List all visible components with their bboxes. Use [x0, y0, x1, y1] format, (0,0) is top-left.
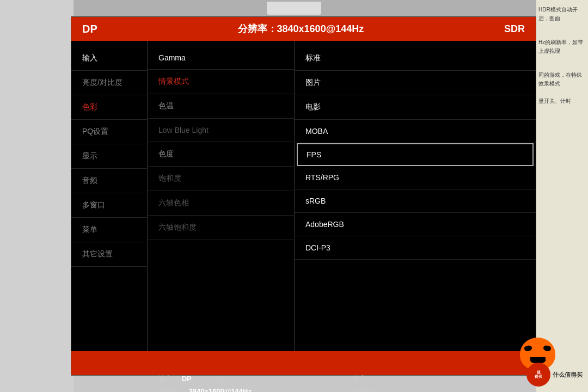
site-name-label: 什么值得买 — [553, 371, 583, 379]
nav-item-color[interactable]: 色彩 — [71, 95, 147, 120]
resolution-prefix: 分辨率： — [238, 23, 277, 34]
middle-item-sixaxis-sat[interactable]: 六轴饱和度 — [148, 216, 294, 240]
resolution-value: 3840x1600@144Hz — [277, 23, 364, 34]
osd-header: DP 分辨率：3840x1600@144Hz SDR — [71, 17, 536, 41]
left-background — [0, 0, 74, 392]
middle-item-hue[interactable]: 色度 — [148, 142, 294, 167]
osd-dropdown-list: 标准 图片 电影 MOBA FPS RTS/RPG sRGB AdobeRGB — [295, 41, 536, 351]
middle-item-scenario[interactable]: 情景模式 — [148, 70, 294, 94]
right-text-4: 显开关、计时 — [538, 97, 586, 106]
dropdown-item-rts-rpg[interactable]: RTS/RPG — [295, 166, 536, 189]
middle-item-lowblue[interactable]: Low Blue Light — [148, 119, 294, 142]
input-title: DP — [82, 23, 97, 35]
site-logo-text: 值得买 — [535, 370, 542, 379]
window1-values: 输入： DP 分辨率： 3840x1600@144Hz — [158, 372, 331, 392]
sdr-label: SDR — [504, 23, 525, 35]
top-strip — [0, 0, 588, 16]
nav-item-audio[interactable]: 音频 — [71, 169, 147, 193]
dropdown-item-dci-p3[interactable]: DCI-P3 — [295, 236, 536, 260]
osd-middle-column: Gamma 情景模式 色温 Low Blue Light 色度 饱和度 六轴色相… — [148, 41, 295, 351]
nav-item-display[interactable]: 显示 — [71, 144, 147, 169]
resolution-display: 分辨率：3840x1600@144Hz — [238, 22, 364, 35]
dropdown-item-fps[interactable]: FPS — [297, 143, 534, 166]
middle-item-colortemp[interactable]: 色温 — [148, 94, 294, 119]
site-logo-area: 值得买 什么值得买 — [526, 363, 583, 387]
nav-item-other[interactable]: 其它设置 — [71, 242, 147, 267]
top-center-decoration — [267, 2, 321, 15]
nav-item-input[interactable]: 输入 — [71, 46, 147, 71]
right-text-1: HDR模式自动开启，图面 — [538, 5, 586, 23]
dropdown-item-movie[interactable]: 电影 — [295, 95, 536, 120]
window1-input-label: 输入： — [158, 375, 180, 383]
dropdown-item-adobe-rgb[interactable]: AdobeRGB — [295, 213, 536, 236]
osd-bottom-bar — [71, 351, 536, 375]
window2-input-label: 输入： — [353, 375, 374, 383]
dropdown-item-standard[interactable]: 标准 — [295, 46, 536, 71]
window1-res-value: 3840x1600@144Hz — [189, 387, 252, 392]
osd-menu: DP 分辨率：3840x1600@144Hz SDR 输入 亮度/对比度 色彩 … — [71, 16, 536, 376]
osd-navigation: 输入 亮度/对比度 色彩 PQ设置 显示 音频 多窗口 菜单 — [71, 41, 148, 351]
middle-item-saturation[interactable]: 饱和度 — [148, 167, 294, 191]
window2-res-label: 分辨率： — [353, 387, 381, 392]
nav-item-pq[interactable]: PQ设置 — [71, 120, 147, 144]
dropdown-item-moba[interactable]: MOBA — [295, 120, 536, 143]
nav-item-multiwin[interactable]: 多窗口 — [71, 193, 147, 218]
right-text-2: Hz的刷新率，如带上虚拟现 — [538, 38, 586, 56]
window1-res-label: 分辨率： — [158, 387, 187, 392]
window2-values: 输入： 分辨率： — [353, 372, 525, 392]
middle-item-sixaxis-hue[interactable]: 六轴色相 — [148, 191, 294, 216]
osd-content-area: 输入 亮度/对比度 色彩 PQ设置 显示 音频 多窗口 菜单 — [71, 41, 536, 351]
nav-item-brightness[interactable]: 亮度/对比度 — [71, 71, 147, 95]
middle-item-gamma[interactable]: Gamma — [148, 46, 294, 70]
right-text-3: 同的游戏，在特殊效果模式 — [538, 71, 586, 88]
dropdown-item-picture[interactable]: 图片 — [295, 71, 536, 95]
date-watermark: 2024年01... — [207, 377, 238, 385]
nav-item-menu[interactable]: 菜单 — [71, 218, 147, 242]
dropdown-item-srgb[interactable]: sRGB — [295, 189, 536, 213]
site-logo-badge: 值得买 — [526, 363, 550, 387]
window1-input-value: DP — [182, 375, 192, 383]
